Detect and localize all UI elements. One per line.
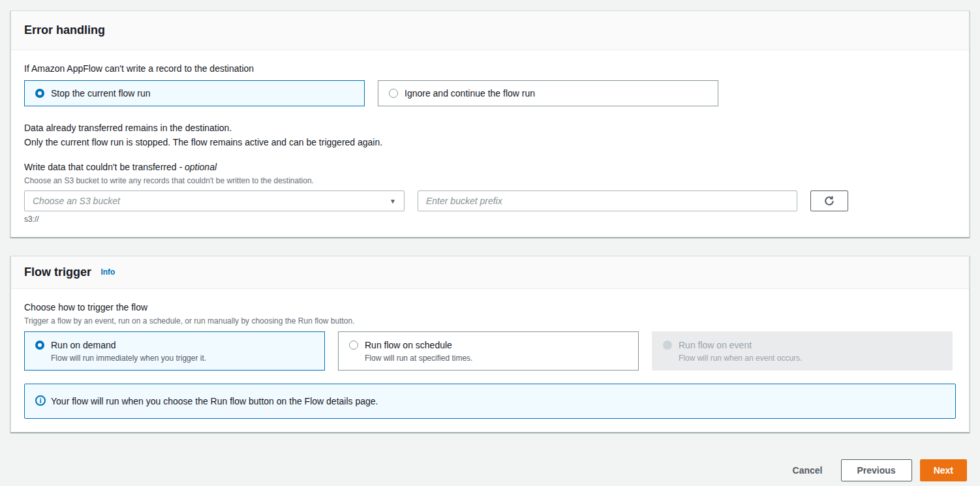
wizard-footer: Cancel Previous Next: [10, 433, 970, 481]
refresh-icon: [824, 196, 835, 206]
optional-suffix: - optional: [179, 162, 217, 172]
option-head: Run flow on event: [663, 339, 942, 352]
description-line-1: Data already transferred remains in the …: [24, 121, 956, 135]
write-data-label-text: Write data that couldn't be transferred: [24, 162, 179, 172]
option-ignore-and-continue[interactable]: Ignore and continue the flow run: [378, 80, 718, 106]
flow-trigger-section: Flow trigger Info Choose how to trigger …: [10, 256, 970, 433]
error-handling-header: Error handling: [11, 11, 969, 50]
radio-disabled-icon: [663, 341, 672, 350]
info-alert-message: Your flow will run when you choose the R…: [51, 394, 378, 408]
trigger-question-description: Trigger a flow by an event, run on a sch…: [24, 316, 956, 327]
description-line-2: Only the current flow run is stopped. Th…: [24, 135, 956, 149]
radio-unchecked-icon[interactable]: [349, 341, 358, 350]
option-label: Run on demand: [51, 339, 116, 352]
option-label: Stop the current flow run: [51, 87, 151, 100]
flow-trigger-body: Choose how to trigger the flow Trigger a…: [11, 289, 969, 432]
trigger-options: Run on demand Flow will run immediately …: [24, 331, 956, 371]
cancel-button[interactable]: Cancel: [782, 459, 833, 481]
option-description: Flow will run when an event occurs.: [679, 353, 942, 364]
selection-description: Data already transferred remains in the …: [24, 121, 956, 149]
option-label: Run flow on schedule: [365, 339, 452, 352]
option-head: Run on demand: [35, 339, 314, 352]
flow-trigger-header: Flow trigger Info: [11, 256, 969, 289]
option-run-on-demand[interactable]: Run on demand Flow will run immediately …: [24, 331, 325, 371]
refresh-button[interactable]: [810, 190, 848, 211]
info-link[interactable]: Info: [100, 267, 115, 277]
chevron-down-icon: ▼: [390, 198, 396, 205]
bucket-prefix-input[interactable]: [418, 190, 797, 211]
error-handling-body: If Amazon AppFlow can't write a record t…: [11, 50, 969, 237]
error-handling-options: Stop the current flow run Ignore and con…: [24, 80, 956, 106]
info-icon: i: [35, 395, 46, 406]
option-head: Run flow on schedule: [349, 339, 628, 352]
error-handling-title: Error handling: [24, 23, 105, 37]
write-data-field: Write data that couldn't be transferred …: [24, 160, 956, 224]
option-label: Ignore and continue the flow run: [405, 87, 535, 100]
previous-button[interactable]: Previous: [841, 459, 912, 481]
radio-unchecked-icon[interactable]: [389, 89, 398, 98]
write-data-description: Choose an S3 bucket to write any records…: [24, 175, 956, 187]
radio-checked-icon[interactable]: [35, 341, 44, 350]
s3-bucket-select[interactable]: Choose an S3 bucket ▼: [24, 190, 405, 211]
trigger-question-label: Choose how to trigger the flow: [24, 301, 956, 314]
info-alert: i Your flow will run when you choose the…: [24, 384, 956, 419]
error-handling-question-label: If Amazon AppFlow can't write a record t…: [24, 62, 956, 76]
next-button[interactable]: Next: [920, 459, 967, 481]
s3-bucket-select-placeholder: Choose an S3 bucket: [33, 196, 390, 206]
radio-checked-icon[interactable]: [35, 89, 44, 98]
error-handling-section: Error handling If Amazon AppFlow can't w…: [10, 10, 970, 237]
write-data-label: Write data that couldn't be transferred …: [24, 160, 956, 174]
option-run-flow-on-event: Run flow on event Flow will run when an …: [652, 331, 953, 371]
option-run-flow-on-schedule[interactable]: Run flow on schedule Flow will run at sp…: [338, 331, 639, 371]
write-data-controls: Choose an S3 bucket ▼: [24, 190, 956, 211]
option-description: Flow will run immediately when you trigg…: [51, 353, 314, 364]
option-stop-current-flow-run[interactable]: Stop the current flow run: [24, 80, 365, 106]
option-label: Run flow on event: [679, 339, 752, 352]
page: Error handling If Amazon AppFlow can't w…: [0, 0, 980, 481]
s3-uri-preview: s3://: [24, 215, 956, 224]
flow-trigger-title: Flow trigger: [24, 266, 91, 279]
option-description: Flow will run at specified times.: [365, 353, 628, 364]
